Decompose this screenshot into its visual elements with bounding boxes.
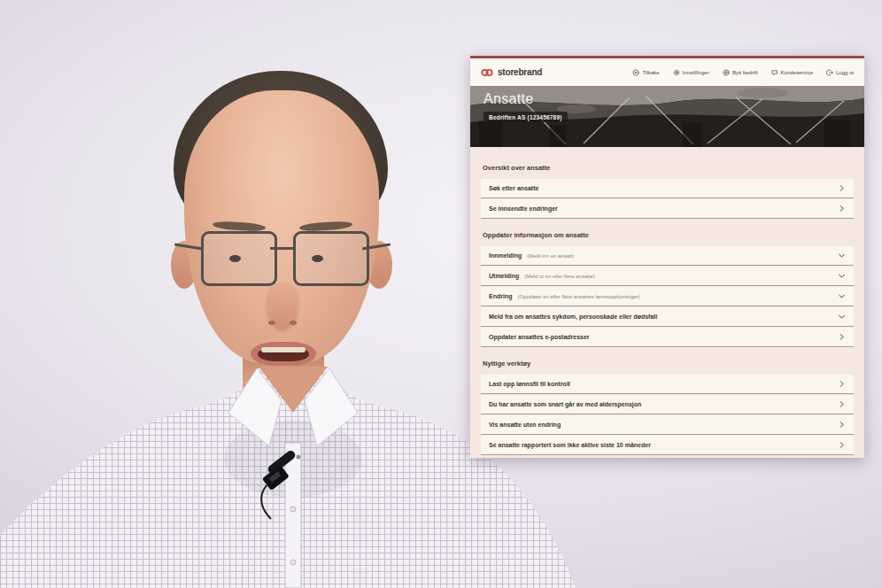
hero-banner: Ansatte Bedriften AS (123456789) <box>470 86 864 147</box>
back-circle-icon <box>632 69 639 76</box>
chevron-right-icon <box>838 184 846 192</box>
list-item-label: Vis ansatte uten endring <box>489 422 561 428</box>
nav-item-label: Logg ut <box>836 70 854 75</box>
speaker-glasses-lens <box>201 231 277 286</box>
nav-item-logg-ut[interactable]: Logg ut <box>826 69 854 76</box>
chevron-right-icon <box>838 380 846 388</box>
list-item[interactable]: Meld fra om ansattes sykdom, personskade… <box>481 307 854 327</box>
section-rows: Søk etter ansatteSe innsendte endringer <box>481 179 854 219</box>
page-title: Ansatte <box>484 91 533 107</box>
storebrand-logo[interactable]: storebrand <box>481 67 542 77</box>
section-heading: Oversikt over ansatte <box>483 164 854 173</box>
logout-icon <box>826 69 833 76</box>
chevron-right-icon <box>838 441 846 449</box>
list-item[interactable]: Søk etter ansatte <box>481 179 854 198</box>
section-rows: Last opp lønnsfil til kontrollDu har ans… <box>481 375 854 455</box>
chevron-right-icon <box>838 333 846 341</box>
chevron-down-icon <box>838 313 846 321</box>
list-item[interactable]: Utmelding(Meld ut en eller flere ansatte… <box>481 267 854 286</box>
speaker-glasses-lens <box>293 231 369 286</box>
list-item[interactable]: Se innsendte endringer <box>481 199 854 219</box>
portal-header: storebrand TilbakeInnstillingerBytt bedr… <box>470 58 864 86</box>
speaker-glasses-bridge <box>270 247 295 250</box>
list-item-label: Last opp lønnsfil til kontroll <box>489 381 570 387</box>
list-item-label: Søk etter ansatte <box>489 185 538 191</box>
list-item[interactable]: Endring(Oppdater en eller flere ansattes… <box>481 287 854 306</box>
gear-icon <box>673 69 680 76</box>
nav-item-label: Bytt bedrift <box>732 70 758 75</box>
list-item-label: Se innsendte endringer <box>489 205 558 212</box>
switch-icon <box>723 69 730 76</box>
chevron-right-icon <box>838 400 846 408</box>
list-item-label: Oppdater ansattes e-postadresser <box>489 334 590 340</box>
list-item-label: Se ansatte rapportert som ikke aktive si… <box>489 442 651 448</box>
speaker-teeth <box>261 347 306 352</box>
section-heading: Oppdater informasjon om ansatte <box>483 231 854 240</box>
section-rows: Innmelding(Meld inn en ansatt)Utmelding(… <box>481 246 854 347</box>
section-oppdater-informasjon-om-ansatte: Oppdater informasjon om ansatteInnmeldin… <box>481 231 854 347</box>
list-item-label: Endring <box>489 293 512 299</box>
list-item[interactable]: Innmelding(Meld inn en ansatt) <box>481 246 854 266</box>
chevron-right-icon <box>838 421 846 429</box>
list-item-hint: (Meld inn en ansatt) <box>527 253 574 259</box>
list-item[interactable]: Du har ansatte som snart går av med alde… <box>481 395 854 414</box>
chevron-down-icon <box>838 251 846 259</box>
nav-item-kundeservice[interactable]: Kundeservice <box>771 69 813 76</box>
nav-item-label: Kundeservice <box>781 70 813 75</box>
list-item[interactable]: Se ansatte rapportert som ikke aktive si… <box>481 436 854 455</box>
logo-text: storebrand <box>498 67 542 77</box>
nav-item-bytt-bedrift[interactable]: Bytt bedrift <box>723 69 758 76</box>
list-item-label: Meld fra om ansattes sykdom, personskade… <box>489 313 657 320</box>
list-item-label: Du har ansatte som snart går av med alde… <box>489 401 641 407</box>
chevron-right-icon <box>838 205 846 213</box>
speaker-nostril <box>268 321 275 325</box>
list-item[interactable]: Vis ansatte uten endring <box>481 415 854 435</box>
section-heading: Nyttige verktøy <box>483 360 854 368</box>
nav-item-label: Tilbake <box>642 70 659 75</box>
list-item-label: Utmelding <box>489 273 519 279</box>
chat-icon <box>771 69 778 76</box>
speaker-nostril <box>290 321 297 325</box>
storebrand-logo-icon <box>481 68 494 77</box>
list-item-hint: (Oppdater en eller flere ansattes lønnso… <box>517 294 639 299</box>
list-item[interactable]: Last opp lønnsfil til kontroll <box>481 375 854 394</box>
section-nyttige-verktøy: Nyttige verktøyLast opp lønnsfil til kon… <box>481 360 854 455</box>
chevron-down-icon <box>838 272 846 280</box>
content-sections: Oversikt over ansatteSøk etter ansatteSe… <box>470 147 864 458</box>
section-oversikt-over-ansatte: Oversikt over ansatteSøk etter ansatteSe… <box>481 164 854 219</box>
list-item[interactable]: Oppdater ansattes e-postadresser <box>481 328 854 347</box>
portal-window: storebrand TilbakeInnstillingerBytt bedr… <box>470 56 864 458</box>
list-item-label: Innmelding <box>489 252 522 259</box>
header-nav: TilbakeInnstillingerBytt bedriftKundeser… <box>632 69 854 76</box>
nav-item-label: Innstillinger <box>683 70 709 75</box>
nav-item-tilbake[interactable]: Tilbake <box>632 69 659 76</box>
chevron-down-icon <box>838 292 846 300</box>
list-item-hint: (Meld ut en eller flere ansatte) <box>524 274 595 279</box>
company-badge: Bedriften AS (123456789) <box>484 112 568 122</box>
nav-item-innstillinger[interactable]: Innstillinger <box>673 69 709 76</box>
